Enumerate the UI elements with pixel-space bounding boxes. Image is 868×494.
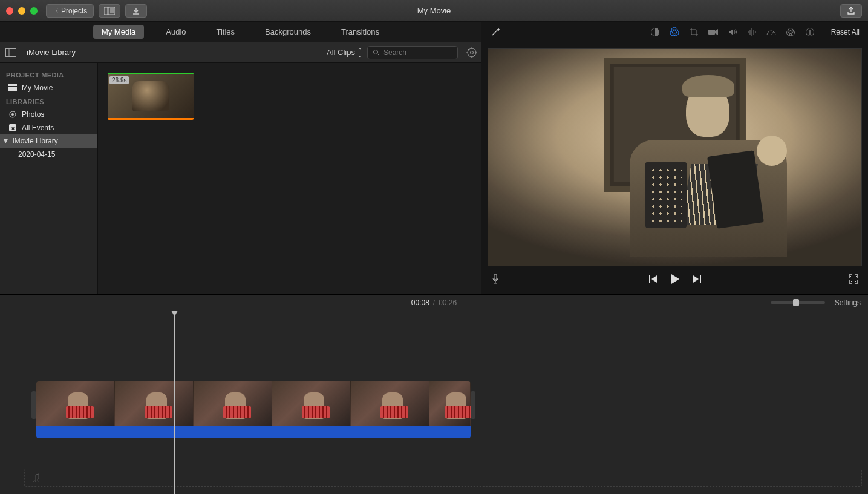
preview-image <box>488 49 861 266</box>
clip-duration-badge: 26.9s <box>109 76 129 84</box>
star-icon: ★ <box>8 123 17 132</box>
sidebar-item-event-date[interactable]: 2020-04-15 <box>0 148 97 161</box>
timeline-clip[interactable] <box>36 381 471 438</box>
svg-point-29 <box>671 27 677 33</box>
browser-tabs: My Media Audio Titles Backgrounds Transi… <box>0 22 481 42</box>
sidebar-toggle-button[interactable] <box>4 47 18 59</box>
voiceover-button[interactable] <box>491 274 500 285</box>
sidebar-item-photos[interactable]: Photos <box>0 108 97 121</box>
fullscreen-button[interactable] <box>849 274 858 284</box>
photos-icon <box>8 110 17 119</box>
previous-frame-button[interactable] <box>648 275 658 283</box>
svg-point-7 <box>374 50 378 54</box>
noise-reduction-icon[interactable] <box>746 27 757 38</box>
window-controls <box>6 7 38 15</box>
filmstrip-frame <box>351 381 429 426</box>
projects-button[interactable]: 〈 Projects <box>46 4 94 18</box>
browser-settings-button[interactable] <box>466 47 477 58</box>
background-music-well[interactable] <box>24 469 862 487</box>
svg-text:★: ★ <box>10 125 16 131</box>
clapper-icon <box>8 84 17 91</box>
view-switcher-button[interactable] <box>99 4 120 18</box>
svg-rect-0 <box>104 7 108 15</box>
zoom-slider-thumb[interactable] <box>793 299 799 306</box>
music-note-icon <box>32 473 39 482</box>
zoom-window-button[interactable] <box>30 7 38 15</box>
clip-filmstrip <box>36 381 471 426</box>
sidebar-item-label: All Events <box>22 123 54 132</box>
sidebar-item-label: 2020-04-15 <box>18 150 55 159</box>
sidebar-item-all-events[interactable]: ★ All Events <box>0 121 97 134</box>
timeline-zoom-slider[interactable] <box>771 301 825 304</box>
tab-backgrounds[interactable]: Backgrounds <box>256 25 319 39</box>
clip-trim-handle-left[interactable] <box>31 391 36 419</box>
viewer-canvas[interactable] <box>488 48 862 266</box>
playhead-time: 00:08 <box>411 298 429 307</box>
playhead[interactable] <box>174 311 175 494</box>
play-button[interactable] <box>670 274 680 285</box>
sidebar-heading-project: PROJECT MEDIA <box>0 68 97 81</box>
sidebar-heading-libraries: LIBRARIES <box>0 94 97 108</box>
timeline[interactable] <box>0 311 868 494</box>
auto-enhance-icon[interactable] <box>650 27 661 38</box>
tab-audio[interactable]: Audio <box>157 25 194 39</box>
window-title: My Movie <box>417 6 451 15</box>
filmstrip-frame <box>36 381 115 426</box>
viewer-toolbar: Reset All <box>481 22 868 42</box>
enhance-wand-button[interactable] <box>490 27 501 38</box>
svg-marker-20 <box>8 84 17 86</box>
filmstrip-frame <box>272 381 351 426</box>
search-input[interactable] <box>383 48 452 57</box>
sidebar-item-label: My Movie <box>22 84 53 92</box>
crop-icon[interactable] <box>688 27 699 38</box>
sidebar-item-label: Photos <box>22 110 44 119</box>
timeline-settings-button[interactable]: Settings <box>835 298 861 307</box>
svg-point-39 <box>788 28 793 33</box>
projects-label: Projects <box>61 7 87 15</box>
timeline-header: 00:08 / 00:26 Settings <box>0 294 868 311</box>
close-window-button[interactable] <box>6 7 13 15</box>
sidebar-item-label: iMovie Library <box>13 137 58 145</box>
clip-filter-dropdown[interactable]: All Clips ⌃⌄ <box>327 48 362 58</box>
search-icon <box>373 49 380 56</box>
import-button[interactable] <box>125 4 147 18</box>
disclosure-triangle-icon[interactable]: ▶ <box>3 139 9 143</box>
top-panels: My Media Audio Titles Backgrounds Transi… <box>0 22 868 294</box>
svg-rect-43 <box>494 274 497 280</box>
stabilization-icon[interactable] <box>708 27 719 38</box>
thumbnail-image <box>132 81 169 111</box>
sidebar-item-my-movie[interactable]: My Movie <box>0 81 97 94</box>
tab-transitions[interactable]: Transitions <box>333 25 388 39</box>
volume-icon[interactable] <box>727 27 738 38</box>
project-duration: 00:26 <box>439 298 457 307</box>
svg-line-8 <box>377 54 379 56</box>
time-separator: / <box>433 298 435 307</box>
library-breadcrumb: iMovie Library <box>27 48 76 57</box>
svg-rect-19 <box>8 87 17 91</box>
viewer-frame <box>481 42 868 294</box>
sidebar: PROJECT MEDIA My Movie LIBRARIES Photos <box>0 63 98 294</box>
clip-trim-handle-right[interactable] <box>471 391 475 419</box>
minimize-window-button[interactable] <box>18 7 25 15</box>
info-icon[interactable] <box>804 27 815 38</box>
sidebar-item-imovie-library[interactable]: ▶ iMovie Library <box>0 134 97 148</box>
viewer-pane: Reset All <box>481 22 868 294</box>
clip-filter-icon[interactable] <box>785 27 796 38</box>
adjustment-icons <box>650 27 815 38</box>
svg-point-41 <box>809 30 811 31</box>
tab-my-media[interactable]: My Media <box>93 25 144 39</box>
media-browser-pane: My Media Audio Titles Backgrounds Transi… <box>0 22 481 294</box>
tab-titles[interactable]: Titles <box>208 25 244 39</box>
svg-point-22 <box>11 113 14 116</box>
clip-grid[interactable]: 26.9s <box>98 63 481 294</box>
color-balance-icon[interactable] <box>669 27 680 38</box>
next-frame-button[interactable] <box>692 275 702 283</box>
clip-audio-waveform[interactable] <box>36 426 471 438</box>
speed-icon[interactable] <box>766 27 777 38</box>
clip-thumbnail[interactable]: 26.9s <box>108 73 194 120</box>
svg-line-36 <box>771 31 774 35</box>
share-button[interactable] <box>840 4 862 18</box>
reset-all-button[interactable]: Reset All <box>831 28 860 36</box>
search-field[interactable] <box>367 46 458 59</box>
filmstrip-frame <box>194 381 272 426</box>
